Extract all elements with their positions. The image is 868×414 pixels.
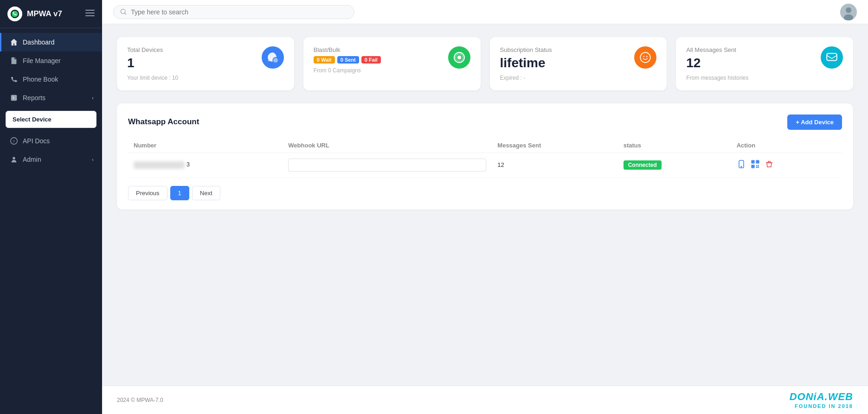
sidebar-item-reports[interactable]: Reports ‹ xyxy=(0,89,102,107)
topbar-right xyxy=(840,4,857,20)
stat-value-messages-sent: 12 xyxy=(686,55,748,71)
stat-sub-messages-sent: From messages histories xyxy=(686,75,748,81)
stat-icon-subscription xyxy=(634,46,656,69)
svg-rect-18 xyxy=(827,53,837,60)
stat-sub-blast-bulk: From 0 Campaigns xyxy=(314,67,381,74)
sidebar-item-dashboard[interactable]: Dashboard xyxy=(0,33,102,51)
page-1-button[interactable]: 1 xyxy=(170,186,189,200)
stat-info-messages-sent: All Messages Sent 12 From messages histo… xyxy=(686,46,748,81)
action-icons xyxy=(737,159,836,170)
stat-sub-subscription: Expired : - xyxy=(500,75,552,81)
app-title: MPWA v7 xyxy=(27,9,62,19)
qr-code-icon[interactable] xyxy=(751,159,760,170)
sidebar-item-reports-label: Reports xyxy=(23,94,45,102)
svg-rect-3 xyxy=(85,15,95,16)
footer: 2024 © MPWA-7.0 DONiA.WEB FOUNDED IN 201… xyxy=(102,386,868,414)
docs-icon: ? xyxy=(10,137,18,145)
sidebar-item-api-docs-label: API Docs xyxy=(23,137,50,145)
topbar xyxy=(102,0,868,24)
sidebar-item-admin-label: Admin xyxy=(23,156,41,163)
stat-icon-blast-bulk xyxy=(448,46,470,69)
stat-sub-total-devices: Your limit device : 10 xyxy=(127,75,178,81)
stat-icon-messages-sent xyxy=(821,46,843,69)
col-webhook: Webhook URL xyxy=(283,138,492,153)
badge-sent: 0 Sent xyxy=(337,56,359,64)
prev-button[interactable]: Previous xyxy=(128,186,167,200)
stat-info-subscription: Subscription Status lifetime Expired : - xyxy=(500,46,552,81)
stat-label-blast-bulk: Blast/Bulk xyxy=(314,46,381,53)
sidebar-nav: Dashboard File Manager Phone Book Report… xyxy=(0,28,102,414)
svg-point-10 xyxy=(846,7,851,13)
svg-rect-24 xyxy=(757,161,759,163)
sidebar-item-phone-book-label: Phone Book xyxy=(23,76,58,83)
footer-brand-name: DONiA.WEB xyxy=(790,391,853,403)
stat-label-subscription: Subscription Status xyxy=(500,46,552,53)
phone-icon xyxy=(10,75,18,83)
col-number: Number xyxy=(128,138,283,153)
avatar[interactable] xyxy=(840,4,857,20)
cell-status: Connected xyxy=(618,153,731,177)
sidebar-item-dashboard-label: Dashboard xyxy=(23,38,55,46)
stat-card-messages-sent: All Messages Sent 12 From messages histo… xyxy=(676,37,853,90)
sidebar: MPWA v7 Dashboard File Manager xyxy=(0,0,102,414)
footer-copyright: 2024 © MPWA-7.0 xyxy=(117,397,163,403)
cell-webhook[interactable] xyxy=(283,153,492,177)
svg-text:?: ? xyxy=(13,140,15,144)
footer-brand: DONiA.WEB FOUNDED IN 2018 xyxy=(790,391,853,409)
svg-point-20 xyxy=(741,166,742,167)
blast-badges: 0 Wait 0 Sent 0 Fail xyxy=(314,56,381,64)
stat-card-subscription: Subscription Status lifetime Expired : - xyxy=(490,37,667,90)
stats-row: Total Devices 1 Your limit device : 10 B… xyxy=(117,37,853,90)
sidebar-item-file-manager-label: File Manager xyxy=(23,57,61,64)
sidebar-item-admin[interactable]: Admin ‹ xyxy=(0,150,102,169)
svg-point-7 xyxy=(13,157,15,159)
svg-point-15 xyxy=(640,52,650,63)
sidebar-item-api-docs[interactable]: ? API Docs xyxy=(0,132,102,150)
search-icon xyxy=(120,8,127,16)
cell-number: 3 xyxy=(128,153,283,177)
sidebar-header: MPWA v7 xyxy=(0,0,102,28)
device-phone-icon[interactable] xyxy=(737,159,746,170)
select-device-box[interactable]: Select Device xyxy=(6,111,96,128)
sidebar-item-file-manager[interactable]: File Manager xyxy=(0,51,102,70)
stat-label-messages-sent: All Messages Sent xyxy=(686,46,748,53)
main-area: Total Devices 1 Your limit device : 10 B… xyxy=(102,0,868,414)
stat-label-total-devices: Total Devices xyxy=(127,46,178,53)
table-row: 3 12 Connected xyxy=(128,153,842,177)
file-icon xyxy=(10,57,18,65)
footer-founded: FOUNDED IN 2018 xyxy=(795,403,853,409)
svg-rect-22 xyxy=(752,161,754,163)
reports-chevron-icon: ‹ xyxy=(92,95,94,101)
number-suffix: 3 xyxy=(186,161,190,168)
next-button[interactable]: Next xyxy=(192,186,220,200)
stat-card-total-devices: Total Devices 1 Your limit device : 10 xyxy=(117,37,294,90)
svg-point-13 xyxy=(457,56,461,60)
home-icon xyxy=(10,38,18,46)
svg-point-16 xyxy=(643,56,645,57)
add-device-button[interactable]: + Add Device xyxy=(787,115,842,130)
search-box[interactable] xyxy=(113,5,354,19)
svg-rect-2 xyxy=(85,13,95,13)
svg-rect-29 xyxy=(756,166,758,168)
pagination: Previous 1 Next xyxy=(128,186,842,200)
badge-fail: 0 Fail xyxy=(361,56,381,64)
cell-messages-sent: 12 xyxy=(492,153,617,177)
number-blur xyxy=(134,161,185,169)
col-messages-sent: Messages Sent xyxy=(492,138,617,153)
content-area: Total Devices 1 Your limit device : 10 B… xyxy=(102,24,868,386)
report-icon xyxy=(10,94,18,102)
col-status: status xyxy=(618,138,731,153)
search-input[interactable] xyxy=(131,8,347,16)
svg-rect-4 xyxy=(11,95,17,101)
stat-info-blast-bulk: Blast/Bulk 0 Wait 0 Sent 0 Fail From 0 C… xyxy=(314,46,381,74)
svg-rect-1 xyxy=(85,10,95,11)
hamburger-menu[interactable] xyxy=(85,8,95,19)
delete-icon[interactable] xyxy=(765,159,774,170)
section-title: Whatsapp Account xyxy=(128,117,199,127)
status-badge: Connected xyxy=(624,160,662,170)
svg-point-17 xyxy=(646,56,648,57)
select-device-label: Select Device xyxy=(13,116,51,123)
stat-icon-total-devices xyxy=(262,46,284,69)
webhook-url-input[interactable] xyxy=(288,159,486,172)
sidebar-item-phone-book[interactable]: Phone Book xyxy=(0,70,102,89)
